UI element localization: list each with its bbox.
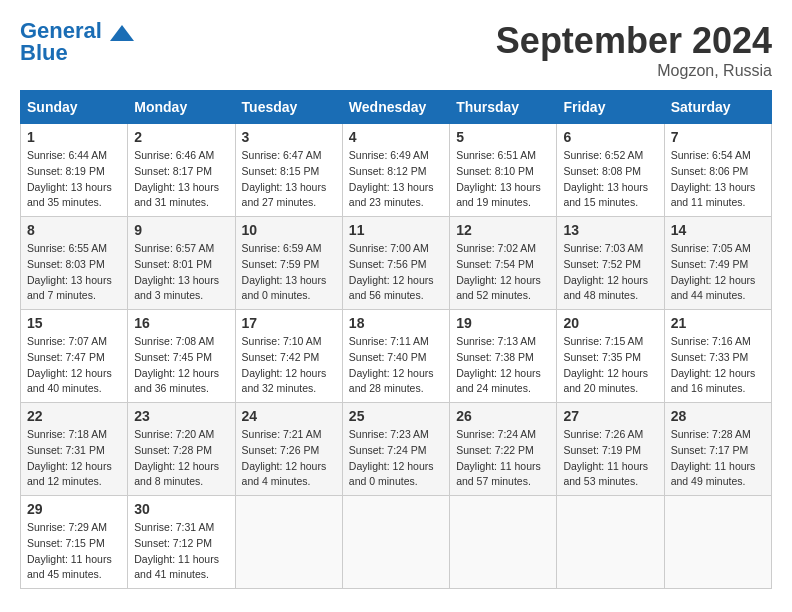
calendar-cell: 17 Sunrise: 7:10 AMSunset: 7:42 PMDaylig… [235,310,342,403]
calendar-cell: 19 Sunrise: 7:13 AMSunset: 7:38 PMDaylig… [450,310,557,403]
header-sunday: Sunday [21,91,128,124]
day-number: 2 [134,129,228,145]
day-number: 3 [242,129,336,145]
day-info: Sunrise: 7:21 AMSunset: 7:26 PMDaylight:… [242,428,327,487]
calendar-week-row: 8 Sunrise: 6:55 AMSunset: 8:03 PMDayligh… [21,217,772,310]
day-number: 7 [671,129,765,145]
calendar-cell: 7 Sunrise: 6:54 AMSunset: 8:06 PMDayligh… [664,124,771,217]
calendar-cell: 20 Sunrise: 7:15 AMSunset: 7:35 PMDaylig… [557,310,664,403]
day-info: Sunrise: 7:15 AMSunset: 7:35 PMDaylight:… [563,335,648,394]
day-info: Sunrise: 7:28 AMSunset: 7:17 PMDaylight:… [671,428,756,487]
day-info: Sunrise: 7:11 AMSunset: 7:40 PMDaylight:… [349,335,434,394]
calendar-week-row: 15 Sunrise: 7:07 AMSunset: 7:47 PMDaylig… [21,310,772,403]
calendar-cell: 6 Sunrise: 6:52 AMSunset: 8:08 PMDayligh… [557,124,664,217]
header-saturday: Saturday [664,91,771,124]
weekday-header-row: Sunday Monday Tuesday Wednesday Thursday… [21,91,772,124]
calendar-cell: 14 Sunrise: 7:05 AMSunset: 7:49 PMDaylig… [664,217,771,310]
day-info: Sunrise: 6:44 AMSunset: 8:19 PMDaylight:… [27,149,112,208]
day-info: Sunrise: 6:46 AMSunset: 8:17 PMDaylight:… [134,149,219,208]
day-info: Sunrise: 6:52 AMSunset: 8:08 PMDaylight:… [563,149,648,208]
calendar-cell: 1 Sunrise: 6:44 AMSunset: 8:19 PMDayligh… [21,124,128,217]
day-info: Sunrise: 7:03 AMSunset: 7:52 PMDaylight:… [563,242,648,301]
calendar-cell: 25 Sunrise: 7:23 AMSunset: 7:24 PMDaylig… [342,403,449,496]
calendar-week-row: 29 Sunrise: 7:29 AMSunset: 7:15 PMDaylig… [21,496,772,589]
calendar-cell: 11 Sunrise: 7:00 AMSunset: 7:56 PMDaylig… [342,217,449,310]
month-title: September 2024 [496,20,772,62]
day-number: 24 [242,408,336,424]
day-number: 25 [349,408,443,424]
day-number: 28 [671,408,765,424]
calendar-week-row: 22 Sunrise: 7:18 AMSunset: 7:31 PMDaylig… [21,403,772,496]
day-number: 6 [563,129,657,145]
day-info: Sunrise: 7:24 AMSunset: 7:22 PMDaylight:… [456,428,541,487]
calendar-cell: 16 Sunrise: 7:08 AMSunset: 7:45 PMDaylig… [128,310,235,403]
page-header: General Blue September 2024 Mogzon, Russ… [20,20,772,80]
calendar-cell: 5 Sunrise: 6:51 AMSunset: 8:10 PMDayligh… [450,124,557,217]
logo: General Blue [20,20,138,64]
header-tuesday: Tuesday [235,91,342,124]
calendar-cell: 8 Sunrise: 6:55 AMSunset: 8:03 PMDayligh… [21,217,128,310]
day-info: Sunrise: 7:08 AMSunset: 7:45 PMDaylight:… [134,335,219,394]
calendar-cell: 15 Sunrise: 7:07 AMSunset: 7:47 PMDaylig… [21,310,128,403]
day-number: 12 [456,222,550,238]
day-info: Sunrise: 6:57 AMSunset: 8:01 PMDaylight:… [134,242,219,301]
calendar-cell: 12 Sunrise: 7:02 AMSunset: 7:54 PMDaylig… [450,217,557,310]
calendar-cell: 21 Sunrise: 7:16 AMSunset: 7:33 PMDaylig… [664,310,771,403]
calendar-cell [557,496,664,589]
calendar-cell: 18 Sunrise: 7:11 AMSunset: 7:40 PMDaylig… [342,310,449,403]
calendar-cell: 13 Sunrise: 7:03 AMSunset: 7:52 PMDaylig… [557,217,664,310]
day-info: Sunrise: 7:05 AMSunset: 7:49 PMDaylight:… [671,242,756,301]
day-number: 29 [27,501,121,517]
calendar-cell [450,496,557,589]
day-number: 17 [242,315,336,331]
day-info: Sunrise: 7:20 AMSunset: 7:28 PMDaylight:… [134,428,219,487]
day-number: 30 [134,501,228,517]
day-info: Sunrise: 7:16 AMSunset: 7:33 PMDaylight:… [671,335,756,394]
day-number: 14 [671,222,765,238]
day-info: Sunrise: 7:18 AMSunset: 7:31 PMDaylight:… [27,428,112,487]
calendar-cell: 28 Sunrise: 7:28 AMSunset: 7:17 PMDaylig… [664,403,771,496]
day-info: Sunrise: 7:10 AMSunset: 7:42 PMDaylight:… [242,335,327,394]
day-info: Sunrise: 6:47 AMSunset: 8:15 PMDaylight:… [242,149,327,208]
day-info: Sunrise: 7:26 AMSunset: 7:19 PMDaylight:… [563,428,648,487]
day-info: Sunrise: 6:54 AMSunset: 8:06 PMDaylight:… [671,149,756,208]
day-info: Sunrise: 6:51 AMSunset: 8:10 PMDaylight:… [456,149,541,208]
day-number: 21 [671,315,765,331]
day-number: 20 [563,315,657,331]
day-info: Sunrise: 7:23 AMSunset: 7:24 PMDaylight:… [349,428,434,487]
calendar-cell: 24 Sunrise: 7:21 AMSunset: 7:26 PMDaylig… [235,403,342,496]
header-monday: Monday [128,91,235,124]
day-info: Sunrise: 7:13 AMSunset: 7:38 PMDaylight:… [456,335,541,394]
calendar-cell: 9 Sunrise: 6:57 AMSunset: 8:01 PMDayligh… [128,217,235,310]
day-info: Sunrise: 6:59 AMSunset: 7:59 PMDaylight:… [242,242,327,301]
calendar-cell: 22 Sunrise: 7:18 AMSunset: 7:31 PMDaylig… [21,403,128,496]
calendar-cell: 23 Sunrise: 7:20 AMSunset: 7:28 PMDaylig… [128,403,235,496]
day-number: 9 [134,222,228,238]
calendar-cell: 4 Sunrise: 6:49 AMSunset: 8:12 PMDayligh… [342,124,449,217]
day-info: Sunrise: 7:00 AMSunset: 7:56 PMDaylight:… [349,242,434,301]
day-number: 11 [349,222,443,238]
calendar-cell: 26 Sunrise: 7:24 AMSunset: 7:22 PMDaylig… [450,403,557,496]
calendar-cell: 2 Sunrise: 6:46 AMSunset: 8:17 PMDayligh… [128,124,235,217]
day-number: 10 [242,222,336,238]
calendar-cell [664,496,771,589]
day-number: 5 [456,129,550,145]
day-info: Sunrise: 7:07 AMSunset: 7:47 PMDaylight:… [27,335,112,394]
title-block: September 2024 Mogzon, Russia [496,20,772,80]
day-info: Sunrise: 7:31 AMSunset: 7:12 PMDaylight:… [134,521,219,580]
day-number: 19 [456,315,550,331]
day-number: 22 [27,408,121,424]
header-friday: Friday [557,91,664,124]
day-number: 18 [349,315,443,331]
day-info: Sunrise: 7:29 AMSunset: 7:15 PMDaylight:… [27,521,112,580]
day-number: 13 [563,222,657,238]
day-number: 23 [134,408,228,424]
day-number: 1 [27,129,121,145]
calendar-cell: 29 Sunrise: 7:29 AMSunset: 7:15 PMDaylig… [21,496,128,589]
header-wednesday: Wednesday [342,91,449,124]
logo-text: General Blue [20,20,102,64]
svg-marker-0 [110,25,134,41]
calendar-cell [342,496,449,589]
logo-blue: Blue [20,40,68,65]
day-number: 4 [349,129,443,145]
